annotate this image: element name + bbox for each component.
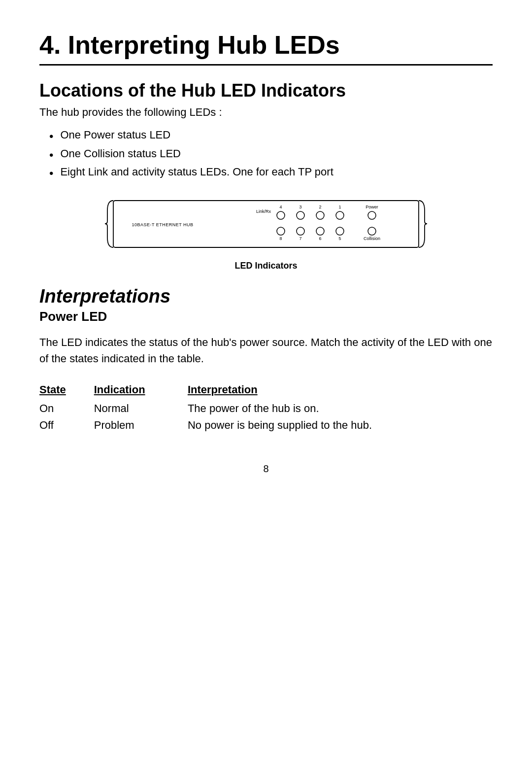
- interpretations-heading: Interpretations: [39, 286, 493, 307]
- svg-text:3: 3: [299, 205, 301, 209]
- svg-point-6: [277, 211, 285, 219]
- svg-point-20: [368, 227, 376, 235]
- col-header-interpretation: Interpretation: [188, 381, 493, 400]
- hub-diagram-svg: 10BASE-T ETHERNET HUB Link/Rx 4 3 2 1 8 …: [103, 196, 429, 255]
- page-title: 4. Interpreting Hub LEDs: [39, 30, 493, 66]
- intro-text: The hub provides the following LEDs :: [39, 106, 493, 119]
- state-on: On: [39, 400, 94, 417]
- svg-text:5: 5: [338, 236, 341, 241]
- table-row: On Normal The power of the hub is on.: [39, 400, 493, 417]
- svg-point-11: [297, 227, 304, 235]
- svg-text:6: 6: [319, 236, 321, 241]
- svg-point-8: [316, 211, 324, 219]
- table-row: Off Problem No power is being supplied t…: [39, 417, 493, 434]
- state-off: Off: [39, 417, 94, 434]
- hub-diagram-container: 10BASE-T ETHERNET HUB Link/Rx 4 3 2 1 8 …: [39, 196, 493, 271]
- bullet-item-3: Eight Link and activity status LEDs. One…: [49, 166, 493, 181]
- interpretation-off: No power is being supplied to the hub.: [188, 417, 493, 434]
- interpretation-on: The power of the hub is on.: [188, 400, 493, 417]
- svg-text:7: 7: [299, 236, 301, 241]
- indication-problem: Problem: [94, 417, 188, 434]
- hub-label: 10BASE-T ETHERNET HUB: [132, 222, 193, 227]
- bullet-list: One Power status LED One Collision statu…: [49, 129, 493, 181]
- svg-point-10: [277, 227, 285, 235]
- svg-text:Link/Rx: Link/Rx: [256, 209, 271, 214]
- page-number: 8: [39, 463, 493, 475]
- svg-point-7: [297, 211, 304, 219]
- svg-point-12: [316, 227, 324, 235]
- svg-text:Power: Power: [366, 205, 378, 209]
- description-text: The LED indicates the status of the hub'…: [39, 334, 493, 367]
- svg-text:Collision: Collision: [364, 236, 380, 241]
- diagram-caption: LED Indicators: [234, 261, 297, 271]
- col-header-state: State: [39, 381, 94, 400]
- section1-heading: Locations of the Hub LED Indicators: [39, 80, 493, 101]
- led-table: State Indication Interpretation On Norma…: [39, 381, 493, 434]
- bullet-item-1: One Power status LED: [49, 129, 493, 144]
- svg-text:2: 2: [319, 205, 321, 209]
- svg-point-19: [368, 211, 376, 219]
- svg-text:4: 4: [279, 205, 282, 209]
- col-header-indication: Indication: [94, 381, 188, 400]
- svg-text:8: 8: [279, 236, 282, 241]
- svg-point-9: [336, 211, 344, 219]
- bullet-item-2: One Collision status LED: [49, 147, 493, 163]
- svg-point-13: [336, 227, 344, 235]
- table-header-row: State Indication Interpretation: [39, 381, 493, 400]
- power-led-heading: Power LED: [39, 309, 493, 324]
- indication-normal: Normal: [94, 400, 188, 417]
- svg-text:1: 1: [338, 205, 341, 209]
